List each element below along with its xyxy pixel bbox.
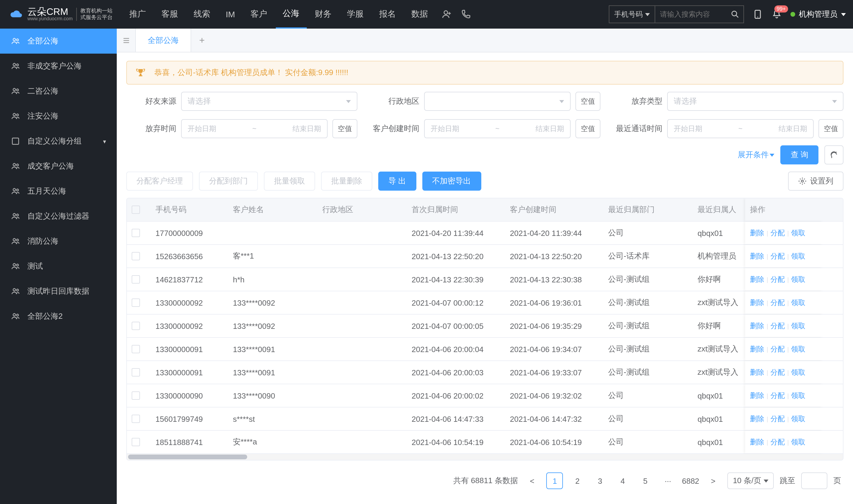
range-call-time[interactable]: 开始日期~结束日期 [667,119,814,138]
row-claim-link[interactable]: 领取 [791,344,805,354]
pager-page-3[interactable]: 3 [592,472,609,489]
range-create-time[interactable]: 开始日期~结束日期 [424,119,571,138]
nav-item-8[interactable]: 报名 [372,0,403,29]
row-delete-link[interactable]: 删除 [750,321,764,331]
search-input[interactable] [655,10,727,18]
sidebar-item-8[interactable]: 消防公海 [0,229,117,254]
row-checkbox[interactable] [132,345,140,353]
row-delete-link[interactable]: 删除 [750,251,764,261]
pager-ellipsis[interactable]: ··· [660,472,676,489]
row-assign-link[interactable]: 分配 [770,414,785,424]
horizontal-scrollbar[interactable] [127,454,843,460]
row-assign-link[interactable]: 分配 [770,367,785,377]
null-call-time-button[interactable]: 空值 [818,119,843,138]
row-assign-link[interactable]: 分配 [770,437,785,447]
search-type-select[interactable]: 手机号码 [610,6,655,23]
row-checkbox[interactable] [132,322,140,330]
row-assign-link[interactable]: 分配 [770,251,785,261]
row-assign-link[interactable]: 分配 [770,321,785,331]
nav-item-9[interactable]: 数据 [404,0,435,29]
row-delete-link[interactable]: 删除 [750,414,764,424]
export-button[interactable]: 导 出 [378,172,416,191]
row-checkbox[interactable] [132,299,140,307]
row-assign-link[interactable]: 分配 [770,298,785,308]
row-delete-link[interactable]: 删除 [750,344,764,354]
range-abandon-time[interactable]: 开始日期~结束日期 [181,119,328,138]
row-assign-link[interactable]: 分配 [770,228,785,238]
row-claim-link[interactable]: 领取 [791,437,805,447]
select-source[interactable]: 请选择 [181,92,358,111]
notifications-icon[interactable]: 99+ [772,9,782,20]
sidebar-item-1[interactable]: 非成交客户公海 [0,54,117,79]
row-checkbox[interactable] [132,368,140,377]
search-icon[interactable] [727,10,743,19]
row-delete-link[interactable]: 删除 [750,298,764,308]
sidebar-item-11[interactable]: 全部公海2 [0,304,117,329]
logo[interactable]: 云朵CRM www.yunduocrm.com 教育机构一站式服务云平台 [7,7,113,21]
row-claim-link[interactable]: 领取 [791,298,805,308]
row-claim-link[interactable]: 领取 [791,414,805,424]
batch-claim-button[interactable]: 批量领取 [264,172,315,191]
assign-dept-button[interactable]: 分配到部门 [199,172,258,191]
row-delete-link[interactable]: 删除 [750,274,764,285]
row-claim-link[interactable]: 领取 [791,391,805,401]
tablet-icon[interactable] [752,9,763,20]
row-checkbox[interactable] [132,415,140,423]
row-delete-link[interactable]: 删除 [750,391,764,401]
row-claim-link[interactable]: 领取 [791,274,805,285]
sidebar-item-0[interactable]: 全部公海 [0,29,117,54]
checkbox-all[interactable] [132,205,140,214]
nav-item-4[interactable]: 客户 [243,0,274,29]
nav-item-7[interactable]: 学服 [340,0,371,29]
refresh-button[interactable] [824,145,843,164]
pager-page-1[interactable]: 1 [546,472,563,489]
null-create-time-button[interactable]: 空值 [576,119,600,138]
row-checkbox[interactable] [132,391,140,400]
select-region[interactable] [424,92,571,111]
pager-jump-input[interactable] [801,472,828,489]
phone-icon[interactable] [460,9,471,20]
sidebar-item-4[interactable]: 自定义公海分组▾ [0,129,117,154]
nav-item-2[interactable]: 线索 [186,0,217,29]
sidebar-item-9[interactable]: 测试 [0,254,117,279]
row-checkbox[interactable] [132,438,140,446]
sidebar-item-10[interactable]: 测试昨日回库数据 [0,279,117,304]
nav-item-6[interactable]: 财务 [308,0,339,29]
tab-all-sea[interactable]: 全部公海 [136,29,191,52]
row-assign-link[interactable]: 分配 [770,344,785,354]
null-abandon-time-button[interactable]: 空值 [332,119,358,138]
pager-page-5[interactable]: 5 [637,472,654,489]
row-claim-link[interactable]: 领取 [791,367,805,377]
sidebar-item-6[interactable]: 五月天公海 [0,179,117,204]
row-checkbox[interactable] [132,252,140,260]
row-delete-link[interactable]: 删除 [750,228,764,238]
nav-item-5[interactable]: 公海 [275,0,307,29]
pager-last[interactable]: 6882 [682,472,699,489]
sidebar-item-5[interactable]: 成交客户公海 [0,154,117,179]
pager-prev[interactable]: < [524,472,541,489]
sidebar-item-2[interactable]: 二咨公海 [0,79,117,104]
query-button[interactable]: 查 询 [781,145,818,164]
sidebar-item-7[interactable]: 自定义公海过滤器 [0,204,117,229]
pager-next[interactable]: > [705,472,722,489]
user-menu[interactable]: 机构管理员 [791,9,846,20]
row-claim-link[interactable]: 领取 [791,228,805,238]
nav-item-1[interactable]: 客服 [154,0,185,29]
tab-add-icon[interactable]: + [191,29,213,52]
nav-item-3[interactable]: IM [219,0,242,29]
pager-size-select[interactable]: 10 条/页 [728,472,774,489]
sidebar-item-3[interactable]: 注安公海 [0,104,117,129]
set-columns-button[interactable]: 设置列 [788,172,843,191]
null-region-button[interactable]: 空值 [576,92,600,111]
pager-page-4[interactable]: 4 [614,472,631,489]
row-delete-link[interactable]: 删除 [750,437,764,447]
nav-item-0[interactable]: 推广 [122,0,153,29]
export-plain-button[interactable]: 不加密导出 [422,172,481,191]
row-checkbox[interactable] [132,275,140,284]
tabs-menu-icon[interactable] [117,29,136,52]
row-claim-link[interactable]: 领取 [791,251,805,261]
add-user-icon[interactable] [441,9,452,20]
row-assign-link[interactable]: 分配 [770,391,785,401]
expand-filters-link[interactable]: 展开条件 [738,149,775,160]
row-delete-link[interactable]: 删除 [750,367,764,377]
